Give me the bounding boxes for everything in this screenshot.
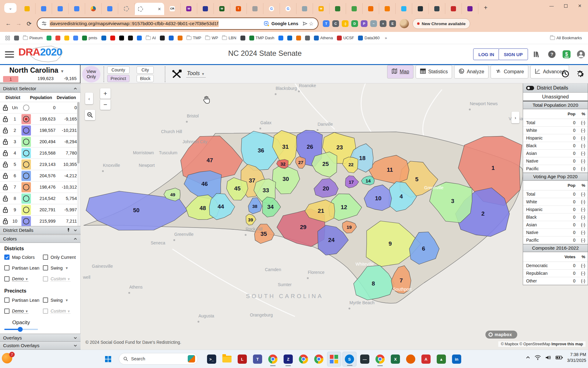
- bookmarks-overflow-chevron[interactable]: »: [385, 36, 387, 40]
- lock-icon[interactable]: [0, 116, 11, 122]
- taskbar-widget-icon[interactable]: 7: [2, 353, 14, 365]
- nav-map-button[interactable]: Map: [387, 65, 413, 79]
- taskbar-app-terminal[interactable]: >_: [205, 352, 219, 366]
- bookmark-item[interactable]: [169, 36, 174, 40]
- district-row-un[interactable]: Un00: [0, 102, 78, 113]
- lock-icon[interactable]: [0, 207, 11, 213]
- browser-tab[interactable]: [19, 3, 36, 14]
- bookmark-star-icon[interactable]: ☆: [308, 21, 314, 27]
- panel-header-overlays[interactable]: Overlays: [0, 334, 81, 342]
- district-swatch[interactable]: [21, 171, 31, 181]
- taskbar-app-chrome-2[interactable]: [296, 352, 311, 366]
- nav-analyze-button[interactable]: Analyze: [454, 65, 488, 79]
- district-row-9[interactable]: 9202,791-5,997: [0, 204, 78, 216]
- bookmark-item-pmts[interactable]: pmts: [82, 36, 97, 40]
- signup-button[interactable]: SIGN UP: [499, 48, 528, 60]
- taskbar-app-gallery[interactable]: [327, 352, 341, 366]
- selected-district-badge[interactable]: 1: [3, 76, 18, 82]
- district-swatch[interactable]: [21, 114, 31, 124]
- bookmark-item-tmp[interactable]: TMP: [187, 36, 201, 40]
- taskbar-app-linkedin[interactable]: in: [450, 352, 464, 366]
- taskbar-app-remote-desktop[interactable]: —: [358, 352, 372, 366]
- county-button[interactable]: County: [107, 66, 130, 74]
- account-icon[interactable]: [576, 49, 586, 59]
- district-swatch[interactable]: [21, 216, 31, 226]
- precinct-button[interactable]: Precinct: [107, 75, 130, 82]
- reload-button[interactable]: ⟳: [24, 18, 34, 29]
- bookmark-item[interactable]: [128, 36, 133, 40]
- tray-chevron-icon[interactable]: [526, 355, 530, 360]
- palette-extension-icon[interactable]: P: [361, 20, 368, 27]
- new-tab-button[interactable]: +: [484, 4, 488, 11]
- district-row-1[interactable]: 1199,623-9,165: [0, 113, 78, 125]
- all-bookmarks-button[interactable]: All Bookmarks: [550, 36, 582, 40]
- lock-icon[interactable]: [0, 173, 11, 179]
- panel-header-custom-overlays[interactable]: Custom Overlays: [0, 341, 81, 350]
- custom-dropdown-row[interactable]: Custom ▼: [43, 276, 70, 282]
- new-chrome-button[interactable]: New Chrome available: [413, 18, 470, 29]
- browser-tab[interactable]: [445, 3, 462, 14]
- block-button[interactable]: Block: [137, 75, 154, 82]
- browser-tab[interactable]: [412, 3, 429, 14]
- bookmark-item[interactable]: [73, 36, 78, 40]
- browser-tab[interactable]: [330, 3, 346, 14]
- expand-right-panel-button[interactable]: ›: [511, 112, 519, 123]
- pin-icon[interactable]: [66, 228, 71, 232]
- tools-menu[interactable]: Tools ▼: [172, 69, 206, 79]
- start-button[interactable]: [101, 352, 115, 366]
- browser-tab[interactable]: [247, 3, 263, 14]
- district-swatch[interactable]: [21, 205, 31, 215]
- browser-tab[interactable]: [85, 3, 102, 14]
- browser-tab[interactable]: [396, 3, 412, 14]
- lock-icon[interactable]: [0, 218, 11, 224]
- bookmark-item-pixeum[interactable]: Pixeum: [23, 36, 43, 40]
- only-current-checkbox-row[interactable]: Only Current: [43, 255, 76, 260]
- browser-tab[interactable]: [69, 3, 85, 14]
- toggle-icon[interactable]: [526, 86, 534, 90]
- emoji-extension-icon[interactable]: :): [342, 20, 349, 27]
- precinct-partisan-lean-row[interactable]: Partisan Lean: [4, 297, 39, 303]
- share-icon[interactable]: [302, 21, 308, 27]
- login-button[interactable]: LOG IN: [473, 48, 499, 60]
- district-swatch[interactable]: [21, 194, 31, 204]
- browser-tab[interactable]: [36, 3, 52, 14]
- taskbar-app-sourcetree[interactable]: ▲: [434, 352, 448, 366]
- bookmark-item[interactable]: [55, 36, 60, 40]
- demo-dropdown-row[interactable]: Demo ▼: [4, 276, 28, 282]
- browser-tab[interactable]: G: [263, 3, 280, 14]
- browser-tab-active[interactable]: ✕: [135, 3, 164, 15]
- profile-avatar[interactable]: [400, 19, 409, 28]
- lock-icon[interactable]: [0, 184, 11, 190]
- taskbar-clock[interactable]: 7:38 PM3/31/2025: [567, 352, 586, 363]
- lock-icon[interactable]: [0, 127, 11, 134]
- browser-tab[interactable]: [429, 3, 445, 14]
- settings-gear-icon[interactable]: [575, 69, 585, 80]
- district-row-5[interactable]: 5219,14310,355: [0, 159, 78, 170]
- district-swatch[interactable]: [21, 148, 31, 158]
- browser-tab[interactable]: [346, 3, 363, 14]
- browser-tab[interactable]: W: [214, 3, 230, 14]
- lock-icon[interactable]: [0, 150, 11, 156]
- precinct-custom-row[interactable]: Custom ▼: [43, 309, 70, 314]
- google-lens-chip[interactable]: Google Lens: [264, 21, 298, 26]
- bookmark-item[interactable]: [296, 36, 301, 40]
- partisan-lean-checkbox-row[interactable]: Partisan Lean: [4, 265, 39, 270]
- taskbar-app-teams[interactable]: T: [251, 352, 265, 366]
- slider-thumb[interactable]: [18, 327, 23, 332]
- district-table-scrollbar[interactable]: [77, 102, 80, 226]
- translate-icon[interactable]: T: [323, 20, 330, 27]
- district-row-3[interactable]: 3200,494-8,294: [0, 136, 78, 148]
- browser-tab[interactable]: [296, 3, 313, 14]
- bookmark-item[interactable]: [305, 36, 310, 40]
- url-text[interactable]: davesredistricting.org/maps#viewmap::915…: [50, 20, 219, 27]
- map-attribution[interactable]: © Mapbox © OpenStreetMap Improve this ma…: [498, 341, 586, 347]
- lock-icon[interactable]: [0, 139, 11, 145]
- back-button[interactable]: ←: [3, 18, 13, 29]
- browser-tab[interactable]: [462, 3, 478, 14]
- swing-checkbox-row[interactable]: Swing▼: [43, 265, 68, 270]
- address-bar[interactable]: davesredistricting.org/maps#viewmap::915…: [37, 17, 318, 30]
- taskbar-app-zoom[interactable]: Z: [281, 352, 295, 366]
- bookmark-item-athena[interactable]: Athena: [314, 36, 333, 40]
- bookmark-item[interactable]: [110, 36, 115, 40]
- browser-tab[interactable]: W: [181, 3, 197, 14]
